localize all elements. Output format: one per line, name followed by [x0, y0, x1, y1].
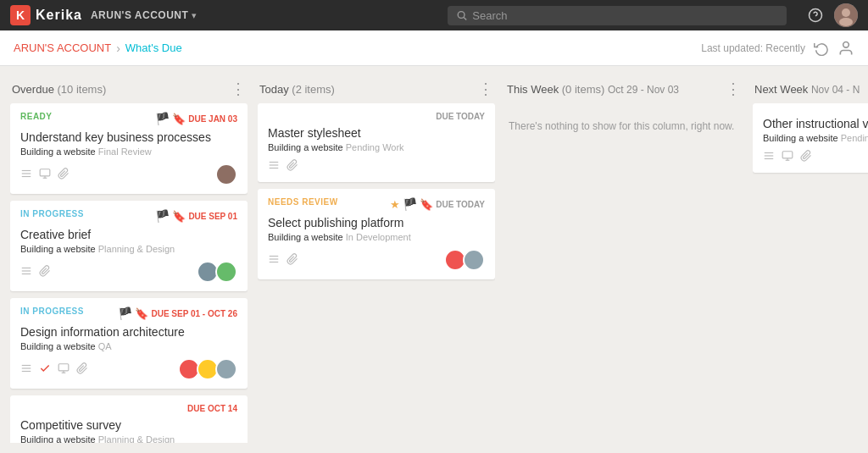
card-status: READY	[20, 112, 53, 121]
account-dropdown[interactable]: ARUN'S ACCOUNT ▾	[91, 9, 197, 21]
card-footer	[268, 249, 485, 271]
card-due-flags: 🏴🔖DUE SEP 01 - OCT 26	[118, 307, 237, 320]
breadcrumb-current: What's Due	[125, 41, 182, 54]
card-project: Building a website Planning & Design	[20, 434, 237, 443]
card-icon	[800, 150, 812, 164]
card-icon	[287, 159, 298, 174]
task-card[interactable]: IN PROGRESS🏴🔖DUE SEP 01Creative briefBui…	[10, 201, 248, 291]
card-title: Creative brief	[20, 228, 237, 241]
nav-icons	[804, 3, 858, 27]
card-title: Other instructional videos	[763, 117, 868, 130]
card-icon	[287, 253, 298, 268]
card-due-date: DUE TODAY	[436, 200, 485, 209]
card-due-date: DUE JAN 03	[188, 114, 237, 124]
card-project: Building a website In Development	[268, 232, 485, 242]
user-avatar[interactable]	[834, 3, 858, 27]
breadcrumb-bar: ARUN'S ACCOUNT › What's Due Last updated…	[0, 30, 868, 66]
breadcrumb-account[interactable]: ARUN'S ACCOUNT	[14, 41, 111, 54]
dropdown-arrow-icon: ▾	[192, 10, 197, 21]
card-footer	[20, 163, 237, 185]
card-icon	[39, 265, 51, 279]
card-due-flags: DUE TODAY	[436, 112, 485, 121]
column-menu-button[interactable]: ⋮	[478, 81, 493, 97]
flag-blue-icon: 🔖	[135, 307, 148, 320]
refresh-button[interactable]	[814, 41, 829, 56]
card-header-row: DUE OCT 14	[20, 404, 237, 413]
column-content-today: DUE TODAYMaster stylesheetBuilding a web…	[258, 103, 495, 443]
column-today: Today (2 items)⋮DUE TODAYMaster styleshe…	[258, 76, 495, 443]
task-card[interactable]: READY🏴🔖DUE JAN 03Understand key business…	[10, 103, 248, 194]
flag-blue-icon: 🔖	[172, 113, 186, 125]
logo: K Kerika	[10, 5, 82, 25]
flag-red-icon: 🏴	[403, 197, 417, 211]
card-icon	[268, 159, 280, 174]
card-footer	[20, 261, 237, 283]
search-bar[interactable]	[448, 6, 787, 25]
last-updated-label: Last updated: Recently	[701, 42, 805, 54]
task-card[interactable]: NEEDS REVIEW★🏴🔖DUE TODAYSelect publishin…	[258, 189, 495, 279]
card-icon	[39, 168, 51, 182]
task-card[interactable]: Other instructional videosBuilding a web…	[753, 103, 868, 173]
card-header-row: READY🏴🔖DUE JAN 03	[20, 112, 237, 125]
card-title: Master stylesheet	[268, 126, 485, 140]
column-title: Overdue (10 items)	[12, 83, 106, 96]
avatar	[463, 249, 485, 271]
brand-name: Kerika	[36, 8, 82, 23]
column-content-thisweek: There's nothing to show for this column,…	[505, 103, 743, 443]
svg-point-6	[839, 18, 853, 26]
card-icon	[20, 362, 32, 377]
column-thisweek: This Week (0 items) Oct 29 - Nov 03⋮Ther…	[505, 76, 743, 443]
person-icon	[837, 40, 854, 57]
card-header-row: DUE TODAY	[268, 112, 485, 121]
svg-point-0	[458, 12, 465, 19]
card-icon	[20, 265, 32, 279]
help-button[interactable]	[804, 3, 827, 27]
flag-blue-icon: 🔖	[172, 210, 186, 223]
card-icon	[76, 362, 88, 377]
column-menu-button[interactable]: ⋮	[726, 81, 741, 97]
card-due-date: DUE TODAY	[436, 112, 485, 121]
column-menu-button[interactable]: ⋮	[231, 81, 246, 97]
card-title: Design information architecture	[20, 325, 237, 339]
card-avatars	[215, 163, 237, 185]
card-title: Select publishing platform	[268, 216, 485, 229]
card-due-flags: DUE OCT 14	[187, 404, 237, 413]
flag-red-icon: 🏴	[155, 112, 170, 125]
column-overdue: Overdue (10 items)⋮READY🏴🔖DUE JAN 03Unde…	[10, 76, 248, 443]
svg-rect-20	[58, 363, 69, 370]
svg-point-7	[843, 41, 849, 47]
notifications-button[interactable]	[837, 40, 854, 57]
card-project: Building a website Pending Work	[268, 142, 485, 152]
column-content-nextweek: Other instructional videosBuilding a web…	[753, 103, 868, 443]
avatar	[215, 358, 237, 380]
card-footer	[763, 150, 868, 164]
card-due-flags: ★🏴🔖DUE TODAY	[390, 197, 485, 211]
task-card[interactable]: IN PROGRESS🏴🔖DUE SEP 01 - OCT 26Design i…	[10, 298, 248, 389]
help-icon	[808, 8, 823, 23]
flag-blue-icon: 🔖	[420, 198, 433, 211]
card-icon	[20, 168, 32, 182]
column-title: Today (2 items)	[259, 83, 335, 96]
avatar	[215, 163, 237, 185]
card-project: Building a website Planning & Design	[20, 244, 237, 254]
card-icon	[58, 168, 70, 182]
svg-line-1	[464, 17, 466, 19]
breadcrumb-separator: ›	[116, 41, 120, 55]
breadcrumb-right: Last updated: Recently	[701, 40, 854, 57]
flag-red-icon: 🏴	[155, 209, 170, 223]
card-project: Building a website QA	[20, 341, 237, 351]
column-header-today: Today (2 items)⋮	[258, 76, 495, 103]
card-footer	[268, 159, 485, 174]
card-header-row: NEEDS REVIEW★🏴🔖DUE TODAY	[268, 197, 485, 211]
column-title: Next Week Nov 04 - N	[754, 83, 860, 96]
board: Overdue (10 items)⋮READY🏴🔖DUE JAN 03Unde…	[0, 66, 868, 453]
task-card[interactable]: DUE TODAYMaster stylesheetBuilding a web…	[258, 103, 495, 182]
card-status: IN PROGRESS	[20, 209, 84, 218]
card-action-icons	[763, 150, 812, 164]
task-card[interactable]: DUE OCT 14Competitive surveyBuilding a w…	[10, 395, 248, 443]
search-input[interactable]	[472, 9, 778, 22]
card-avatars	[178, 358, 237, 380]
card-project: Building a website Pending	[763, 133, 868, 143]
flag-star-icon: ★	[390, 198, 400, 211]
top-navigation: K Kerika ARUN'S ACCOUNT ▾	[0, 0, 868, 30]
